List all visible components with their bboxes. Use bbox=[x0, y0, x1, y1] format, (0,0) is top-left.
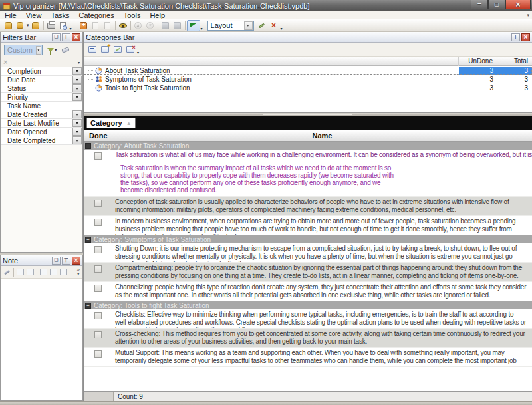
add-task-icon[interactable] bbox=[78, 20, 90, 31]
flag-highlight-icon[interactable] bbox=[187, 20, 200, 31]
filter-value-cell[interactable] bbox=[59, 76, 72, 84]
note-content[interactable] bbox=[1, 279, 82, 398]
panel-pin-icon[interactable] bbox=[62, 33, 70, 41]
clear-filter-icon[interactable] bbox=[3, 58, 7, 66]
task-row[interactable]: Channelizing: people having this type of… bbox=[84, 282, 532, 301]
panel-close-icon[interactable] bbox=[72, 33, 80, 41]
collapse-group-icon[interactable] bbox=[85, 143, 91, 149]
save-database-icon[interactable] bbox=[30, 20, 42, 31]
task-row[interactable]: Checklists: Effective way to minimize th… bbox=[84, 309, 532, 329]
layout-combobox-arrow-icon[interactable] bbox=[244, 21, 253, 30]
filter-value-cell[interactable] bbox=[59, 67, 72, 76]
collapse-all-icon[interactable] bbox=[172, 20, 184, 31]
task-row[interactable]: Conception of task saturation is usually… bbox=[84, 197, 532, 216]
filter-dropdown-icon[interactable] bbox=[72, 136, 82, 144]
task-row[interactable]: Compartmentalizing: people try to organi… bbox=[84, 263, 532, 282]
toolbar-group-overflow-icon[interactable] bbox=[200, 20, 205, 31]
done-checkbox[interactable] bbox=[94, 285, 102, 292]
toolbar-group-overflow-icon[interactable] bbox=[280, 20, 285, 31]
filter-eraser-icon[interactable] bbox=[61, 47, 69, 53]
menu-overflow-icon[interactable] bbox=[527, 13, 529, 18]
task-row[interactable]: Mutual Support: This means working as a … bbox=[84, 348, 532, 367]
menu-tasks[interactable]: Tasks bbox=[46, 11, 74, 19]
filter-funnel-icon[interactable] bbox=[47, 48, 54, 52]
note-print-preview-icon[interactable] bbox=[25, 267, 35, 277]
done-checkbox[interactable] bbox=[94, 152, 102, 160]
layout-combobox[interactable]: Layout bbox=[207, 21, 254, 31]
panel-restore-icon[interactable] bbox=[52, 257, 61, 265]
filter-value-cell[interactable] bbox=[59, 110, 72, 119]
filter-value-cell[interactable] bbox=[59, 136, 72, 145]
group-row[interactable]: Category: Symptoms of Task Saturation bbox=[84, 235, 532, 243]
print-preview-icon[interactable] bbox=[57, 20, 69, 31]
filter-value-cell[interactable] bbox=[59, 102, 82, 110]
collapse-group-icon[interactable] bbox=[85, 237, 91, 243]
menu-tools[interactable]: Tools bbox=[119, 11, 146, 19]
filter-value-cell[interactable] bbox=[59, 128, 72, 136]
new-subcategory-icon[interactable] bbox=[98, 44, 111, 55]
new-database-icon[interactable] bbox=[2, 20, 14, 31]
category-row-about[interactable]: About Task Saturation 3 3 bbox=[84, 67, 532, 75]
filter-funnel-dropdown-icon[interactable] bbox=[55, 47, 57, 53]
group-row[interactable]: Category: Tools to fight Task Saturation bbox=[84, 301, 532, 309]
minimize-button[interactable] bbox=[471, 0, 488, 9]
open-database-icon[interactable] bbox=[14, 20, 26, 31]
move-down-icon[interactable] bbox=[144, 20, 156, 31]
collapse-group-icon[interactable] bbox=[85, 303, 91, 309]
filter-value-cell[interactable] bbox=[59, 84, 72, 93]
menu-view[interactable]: View bbox=[21, 11, 47, 19]
menu-categories[interactable]: Categories bbox=[74, 11, 119, 19]
filter-dropdown-icon[interactable] bbox=[72, 67, 82, 75]
done-checkbox[interactable] bbox=[94, 219, 102, 226]
menu-help[interactable]: Help bbox=[145, 11, 170, 19]
panel-close-icon[interactable] bbox=[521, 33, 530, 41]
expand-all-icon[interactable] bbox=[160, 20, 172, 31]
task-row[interactable]: In modern business environment, when cor… bbox=[84, 216, 532, 235]
filter-dropdown-icon[interactable] bbox=[72, 110, 82, 118]
note-bullet-list-icon[interactable] bbox=[59, 267, 68, 277]
task-row[interactable]: Cross-checking: This method requires fro… bbox=[84, 329, 532, 348]
close-button[interactable] bbox=[505, 0, 531, 9]
done-checkbox[interactable] bbox=[94, 200, 102, 207]
filter-dropdown-icon[interactable] bbox=[72, 119, 82, 127]
group-by-category-button[interactable]: Category bbox=[86, 118, 136, 128]
menu-file[interactable]: File bbox=[0, 11, 21, 19]
filter-preset-arrow-icon[interactable] bbox=[36, 46, 41, 55]
open-recent-dropdown-icon[interactable] bbox=[27, 23, 29, 28]
panel-pin-icon[interactable] bbox=[62, 257, 70, 265]
new-category-icon[interactable] bbox=[86, 44, 98, 55]
task-row[interactable]: Task saturation is what all of us may fa… bbox=[84, 150, 532, 162]
category-row-tools[interactable]: Tools to fight Task Saturation 3 3 bbox=[84, 84, 532, 92]
filter-value-cell[interactable] bbox=[59, 93, 72, 102]
filter-value-cell[interactable] bbox=[59, 119, 72, 128]
done-checkbox[interactable] bbox=[94, 312, 102, 319]
category-row-symptoms[interactable]: Symptoms of Task Saturation 3 3 bbox=[84, 75, 532, 84]
group-row[interactable]: Category: About Task Saturation bbox=[84, 142, 532, 150]
edit-category-icon[interactable] bbox=[111, 44, 124, 55]
categories-toolbar-overflow-icon[interactable] bbox=[136, 44, 142, 55]
column-total[interactable]: Total bbox=[497, 57, 532, 66]
task-row[interactable]: Shutting Down: it is our innate protecti… bbox=[84, 243, 532, 263]
hide-completed-icon[interactable] bbox=[117, 20, 129, 31]
done-checkbox[interactable] bbox=[94, 331, 102, 338]
edit-task-icon[interactable] bbox=[90, 20, 102, 31]
note-overflow-icon[interactable]: » bbox=[77, 268, 80, 276]
column-name[interactable]: Name bbox=[112, 130, 532, 141]
filters-overflow-icon[interactable] bbox=[78, 60, 80, 65]
column-undone[interactable]: UnDone bbox=[459, 57, 497, 66]
done-checkbox[interactable] bbox=[94, 246, 102, 253]
panel-pin-icon[interactable] bbox=[511, 33, 520, 41]
delete-task-icon[interactable] bbox=[102, 20, 114, 31]
filter-dropdown-icon[interactable] bbox=[72, 76, 82, 84]
note-align-left-icon[interactable] bbox=[39, 267, 49, 277]
done-checkbox[interactable] bbox=[94, 350, 102, 358]
done-checkbox[interactable] bbox=[94, 265, 102, 273]
maximize-button[interactable] bbox=[488, 0, 505, 9]
column-done[interactable]: Done bbox=[84, 130, 112, 141]
panel-close-icon[interactable] bbox=[72, 257, 80, 265]
filter-dropdown-icon[interactable] bbox=[72, 93, 82, 101]
filter-dropdown-icon[interactable] bbox=[72, 128, 82, 136]
note-align-center-icon[interactable] bbox=[49, 267, 59, 277]
toolbar-group-overflow-icon[interactable] bbox=[69, 20, 74, 31]
print-icon[interactable] bbox=[45, 20, 57, 31]
